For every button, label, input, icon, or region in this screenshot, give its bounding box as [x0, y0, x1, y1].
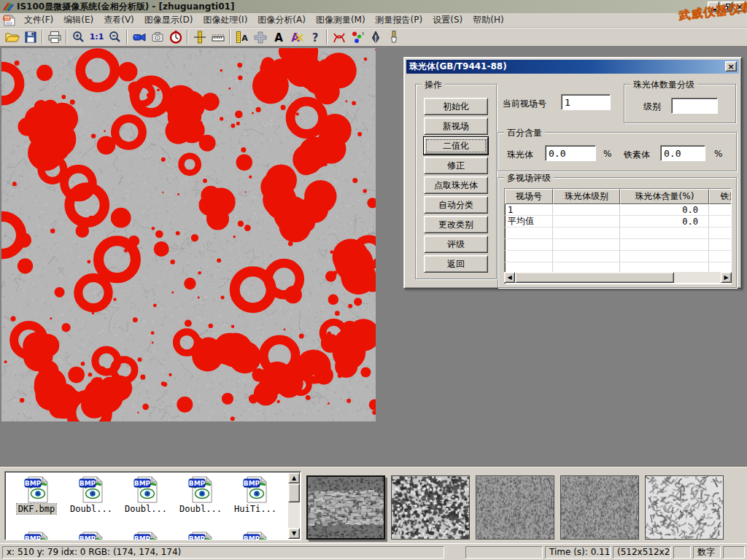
dialog-title-bar[interactable]: 珠光体(GB/T9441-88) × [406, 60, 739, 74]
current-field-input[interactable] [561, 94, 611, 110]
return-button[interactable]: 返回 [424, 255, 488, 273]
file-name[interactable]: HuiTi... [233, 504, 278, 514]
correct-button[interactable]: 修正 [424, 157, 488, 174]
text-button[interactable]: A [269, 29, 287, 45]
file-item[interactable]: DKF.bmp [9, 475, 63, 514]
file-list[interactable]: DKF.bmp Doubl... Doubl... Doubl... HuiTi… [4, 471, 301, 540]
file-name[interactable]: Doubl... [69, 504, 114, 514]
bmp-file-icon [187, 530, 214, 540]
thumbnail-3[interactable] [476, 475, 554, 540]
file-name[interactable]: DKF.bmp [17, 504, 57, 514]
file-item[interactable] [9, 530, 63, 540]
menu-file[interactable]: 文件(F) [19, 12, 58, 28]
file-list-vscrollbar[interactable]: ▲ ▼ [288, 472, 300, 539]
file-item[interactable] [174, 530, 228, 540]
save-icon [23, 30, 39, 44]
toolbar-separator [126, 30, 128, 44]
brush-button[interactable] [384, 29, 403, 45]
binarize-button[interactable]: 二值化 [424, 137, 488, 155]
table-row[interactable]: 平均值 0.0 [505, 216, 732, 228]
dialog-close-button[interactable]: × [725, 61, 737, 71]
vscroll-thumb[interactable] [288, 483, 300, 502]
menu-image-display[interactable]: 图像显示(D) [139, 12, 198, 28]
caliper-button[interactable] [190, 29, 209, 45]
ruler-button[interactable] [209, 29, 227, 45]
file-item[interactable]: Doubl... [64, 475, 118, 514]
menu-edit[interactable]: 编辑(E) [58, 12, 98, 28]
measure-text-button[interactable]: A [233, 29, 251, 45]
file-item[interactable]: HuiTi... [228, 475, 282, 514]
col-ferrite-content[interactable]: 铁素体含量(%) [709, 189, 732, 204]
capture-button[interactable] [148, 29, 166, 45]
metallograph-image[interactable] [1, 48, 376, 421]
file-item[interactable] [228, 530, 282, 540]
thumbnail-5[interactable] [645, 475, 724, 540]
init-button[interactable]: 初始化 [424, 98, 488, 115]
video-camera-button[interactable] [130, 29, 148, 45]
rating-table[interactable]: 视场号 珠光体级别 珠光体含量(%) 铁素体含量(%) 1 0.0 [504, 188, 732, 284]
file-item[interactable]: Doubl... [174, 475, 228, 514]
scroll-left-arrow[interactable]: ◀ [504, 272, 515, 283]
grid-cross-button[interactable] [251, 29, 269, 45]
timer-icon [168, 30, 184, 44]
scroll-right-arrow[interactable]: ▶ [721, 272, 732, 283]
zoom-in-button[interactable] [69, 29, 88, 45]
brush-icon [386, 30, 402, 44]
restore-button[interactable] [721, 1, 732, 12]
col-pearlite-grade[interactable]: 珠光体级别 [553, 189, 620, 204]
scroll-down-arrow[interactable]: ▼ [288, 528, 300, 539]
menu-image-analysis[interactable]: 图像分析(A) [252, 12, 311, 28]
pick-pearlite-button[interactable]: 点取珠光体 [424, 176, 488, 194]
menu-help[interactable]: 帮助(H) [468, 12, 508, 28]
bmp-file-icon [133, 530, 159, 540]
menu-image-processing[interactable]: 图像处理(I) [198, 12, 252, 28]
grading-group: 珠光体数量分级 级别 [624, 84, 736, 123]
auto-classify-button[interactable]: 自动分类 [424, 196, 488, 214]
document-icon[interactable]: DOC [3, 15, 16, 26]
file-name[interactable]: Doubl... [123, 504, 169, 514]
file-item[interactable]: Doubl... [119, 475, 173, 514]
col-field-no[interactable]: 视场号 [505, 189, 553, 204]
curve-measure-icon [331, 30, 347, 44]
timer-button[interactable] [166, 29, 185, 45]
rate-button[interactable]: 评级 [424, 236, 488, 253]
menu-image-measure[interactable]: 图像测量(M) [311, 12, 371, 28]
menu-settings[interactable]: 设置(S) [427, 12, 468, 28]
toolbar: 1:1 A A A ? 3 [0, 28, 747, 47]
pearlite-label: 珠光体 [507, 149, 533, 161]
thumbnail-1[interactable] [306, 475, 385, 540]
thumbnail-4[interactable] [560, 475, 639, 540]
file-item[interactable] [119, 530, 173, 540]
menu-measure-report[interactable]: 测量报告(P) [371, 12, 428, 28]
actual-size-button[interactable]: 1:1 [88, 29, 106, 45]
table-hscrollbar[interactable]: ◀ ▶ [504, 272, 732, 283]
save-button[interactable] [21, 29, 39, 45]
col-pearlite-content[interactable]: 珠光体含量(%) [620, 189, 709, 204]
thumbnail-2[interactable] [391, 475, 470, 540]
close-button[interactable]: × [734, 1, 746, 12]
ferrite-label: 铁素体 [624, 149, 650, 161]
table-row[interactable]: 1 0.0 [505, 204, 732, 216]
curve-measure-button[interactable] [330, 29, 348, 45]
scroll-up-arrow[interactable]: ▲ [288, 472, 300, 483]
print-button[interactable] [45, 29, 63, 45]
pen-button[interactable] [366, 29, 384, 45]
open-folder-button[interactable] [3, 29, 21, 45]
operations-group: 操作 初始化 新视场 二值化 修正 点取珠光体 自动分类 更改类别 评级 返回 [415, 84, 497, 279]
help-button[interactable]: ? [306, 29, 324, 45]
file-item[interactable] [64, 530, 118, 540]
change-class-button[interactable]: 更改类别 [424, 216, 488, 233]
toolbar-separator [187, 30, 188, 44]
hscroll-thumb[interactable] [515, 272, 674, 283]
level-input[interactable] [671, 98, 718, 114]
text-effects-icon: A [289, 30, 305, 44]
menu-view[interactable]: 查看(V) [98, 12, 139, 28]
minimize-button[interactable] [708, 1, 719, 12]
zoom-out-button[interactable] [106, 29, 124, 45]
ferrite-percent-input[interactable] [660, 145, 705, 161]
pearlite-percent-input[interactable] [545, 145, 596, 161]
text-effects-button[interactable]: A [287, 29, 306, 45]
file-name[interactable]: Doubl... [178, 504, 223, 514]
count-marks-button[interactable]: 3 [348, 29, 366, 45]
new-field-button[interactable]: 新视场 [424, 117, 488, 135]
